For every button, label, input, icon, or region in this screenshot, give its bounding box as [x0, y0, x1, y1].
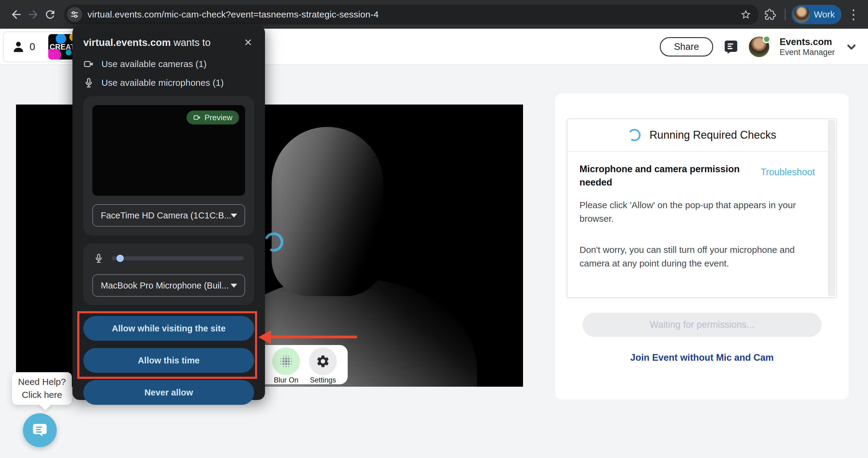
blur-toggle-label: Blur On [274, 376, 298, 384]
permission-popup: virtual.events.com wants to ✕ Use availa… [72, 25, 265, 400]
camera-select[interactable]: FaceTime HD Camera (1C1C:B... [92, 204, 245, 227]
account-avatar[interactable] [749, 36, 769, 57]
url-text[interactable]: virtual.events.com/mic-cam-check?event=t… [88, 9, 735, 20]
reload-icon [44, 8, 56, 21]
chat-bubble-icon [31, 422, 49, 439]
online-status-dot [763, 35, 771, 43]
attendee-counter: 0 [4, 32, 43, 62]
preview-camera-icon [193, 114, 201, 121]
attendee-count: 0 [30, 41, 35, 53]
browser-profile-button[interactable]: Work [792, 5, 841, 24]
permission-popup-domain: virtual.events.com [83, 37, 171, 48]
mic-select[interactable]: MacBook Pro Microphone (Buil... [92, 274, 245, 297]
video-loading-spinner [262, 231, 285, 253]
close-popup-button[interactable]: ✕ [242, 37, 254, 48]
troubleshoot-link[interactable]: Troubleshoot [761, 167, 815, 178]
dropdown-caret-icon [230, 213, 237, 218]
blur-toggle-button[interactable]: Blur On [271, 347, 302, 384]
preview-badge-label: Preview [205, 113, 232, 122]
allow-while-visiting-label: Allow while visiting the site [112, 323, 225, 334]
join-without-devices-link[interactable]: Join Event without Mic and Cam [555, 352, 849, 363]
blur-icon [278, 353, 294, 369]
extensions-icon [765, 9, 776, 20]
camera-preview-box: Preview [92, 105, 245, 196]
chevron-down-icon[interactable] [845, 40, 858, 53]
back-button[interactable] [8, 6, 25, 23]
permission-popup-title-rest: wants to [171, 37, 211, 48]
mic-select-value: MacBook Pro Microphone (Buil... [101, 281, 230, 291]
camera-select-value: FaceTime HD Camera (1C1C:B... [101, 210, 230, 221]
reload-button[interactable] [42, 6, 59, 23]
required-checks-card: Running Required Checks Microphone and c… [567, 118, 837, 298]
preview-badge: Preview [187, 111, 239, 124]
check-paragraph-1: Please click 'Allow' on the pop-up that … [580, 198, 803, 225]
site-settings-icon [70, 10, 79, 19]
never-allow-button[interactable]: Never allow [83, 380, 254, 405]
never-allow-label: Never allow [144, 388, 193, 398]
mic-permission-label: Use available microphones (1) [101, 78, 224, 88]
dropdown-caret-icon [230, 284, 237, 288]
bookmark-star-icon [740, 9, 751, 20]
camera-icon [83, 59, 94, 69]
help-tooltip-line2: Click here [22, 389, 62, 401]
required-checks-panel: Running Required Checks Microphone and c… [555, 94, 849, 399]
url-bar[interactable]: virtual.events.com/mic-cam-check?event=t… [64, 4, 759, 25]
browser-profile-label: Work [814, 9, 835, 20]
help-tooltip-line1: Need Help? [18, 375, 66, 389]
allow-while-visiting-button[interactable]: Allow while visiting the site [83, 316, 254, 341]
mic-icon [83, 77, 94, 88]
waiting-permissions-button: Waiting for permissions... [583, 313, 822, 337]
account-name: Events.com [780, 36, 835, 48]
back-icon [10, 8, 23, 21]
person-silhouette-head [272, 127, 383, 296]
attendee-icon [11, 40, 25, 54]
account-role: Event Manager [780, 48, 835, 58]
forward-icon [27, 8, 40, 21]
mic-permission-row: Use available microphones (1) [83, 77, 254, 88]
mic-level-meter [112, 256, 244, 260]
allow-this-time-label: Allow this time [138, 355, 200, 366]
browser-menu-button[interactable]: ⋮ [847, 8, 860, 21]
support-chat-button[interactable] [23, 413, 57, 447]
camera-permission-label: Use available cameras (1) [101, 59, 207, 69]
toolbar-separator [785, 8, 785, 21]
settings-button-label: Settings [310, 376, 336, 384]
mic-level-indicator [117, 255, 124, 262]
mic-device-card: MacBook Pro Microphone (Buil... [83, 244, 254, 305]
allow-this-time-button[interactable]: Allow this time [83, 348, 254, 373]
check-paragraph-2: Don't worry, you can still turn off your… [580, 243, 803, 270]
event-notes-icon[interactable] [723, 39, 739, 54]
extensions-button[interactable] [762, 6, 779, 23]
account-info: Events.com Event Manager [780, 36, 835, 58]
share-button-label: Share [674, 41, 699, 52]
camera-permission-row: Use available cameras (1) [83, 59, 254, 69]
gear-icon [316, 354, 330, 369]
browser-toolbar: virtual.events.com/mic-cam-check?event=t… [0, 0, 868, 29]
mic-level-icon [94, 253, 104, 263]
settings-button[interactable]: Settings [307, 347, 339, 384]
camera-device-card: Preview FaceTime HD Camera (1C1C:B... [83, 96, 254, 236]
site-settings-button[interactable] [67, 7, 82, 22]
waiting-permissions-label: Waiting for permissions... [650, 319, 754, 330]
forward-button[interactable] [25, 6, 42, 23]
browser-profile-avatar [794, 6, 810, 23]
check-item-title: Microphone and camera permission needed [580, 163, 748, 189]
annotation-arrow-line [266, 336, 357, 338]
checks-spinner-icon [627, 128, 642, 142]
help-tooltip[interactable]: Need Help? Click here [12, 372, 72, 405]
bookmark-button[interactable] [740, 9, 751, 20]
permission-popup-title: virtual.events.com wants to [83, 37, 211, 48]
annotation-arrow-head [258, 330, 271, 344]
card-scrollbar[interactable] [828, 120, 835, 296]
checks-panel-title: Running Required Checks [650, 129, 776, 141]
share-button[interactable]: Share [660, 37, 713, 57]
preview-toolbar: Blur On Settings [253, 345, 348, 384]
